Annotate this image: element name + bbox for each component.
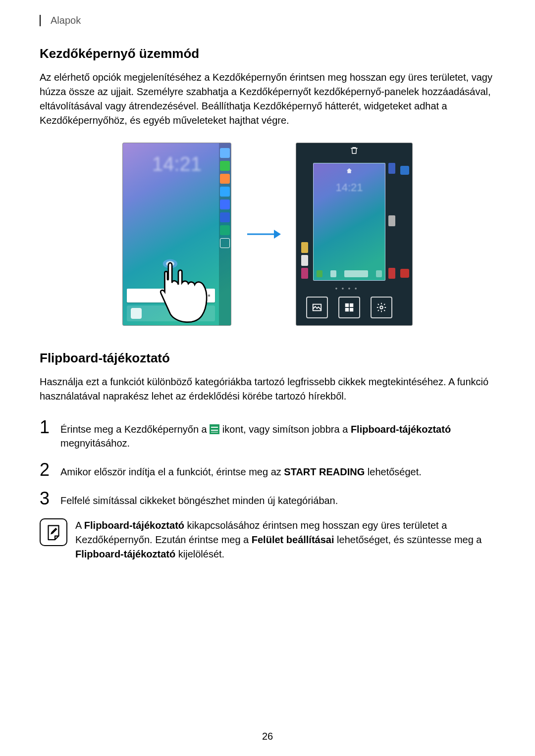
intro-home-mode: Az elérhető opciók megjelenítéséhez a Ke… — [40, 70, 495, 128]
phone-icon — [220, 161, 230, 171]
step-text: Érintse meg a Kezdőképernyőn a ikont, va… — [60, 418, 495, 450]
step-2: 2 Amikor először indítja el a funkciót, … — [40, 461, 495, 479]
edge-app-icon — [400, 166, 409, 175]
section-header: Alapok — [40, 15, 495, 26]
svg-point-0 — [163, 259, 177, 268]
svg-point-1 — [166, 261, 174, 266]
wallpaper-icon — [306, 297, 328, 318]
note-text: A Flipboard-tájékoztató kikapcsolásához … — [75, 518, 495, 561]
clock-preview: 14:21 — [314, 181, 385, 194]
home-icon — [346, 167, 353, 176]
store-icon — [220, 225, 230, 235]
page-number: 26 — [0, 731, 535, 742]
clock-text: 14:21 — [123, 153, 231, 175]
svg-rect-6 — [350, 303, 353, 307]
heading-home-mode: Kezdőképernyő üzemmód — [40, 46, 495, 61]
note-block: A Flipboard-tájékoztató kikapcsolásához … — [40, 518, 495, 561]
message-icon — [220, 187, 230, 197]
screenshot-after: 14:21 ● ● ● ● — [296, 143, 413, 326]
step-number: 2 — [40, 461, 54, 479]
widgets-icon — [338, 297, 360, 318]
svg-rect-5 — [345, 303, 349, 307]
step-text: Felfelé simítással cikkeket böngészhet m… — [60, 490, 338, 507]
flipboard-icon — [210, 424, 219, 434]
page-indicator: ● ● ● ● — [296, 286, 397, 291]
intro-flipboard: Használja ezt a funkciót különböző kateg… — [40, 375, 495, 403]
app-icon — [131, 308, 142, 319]
screenshot-before: 14:21 — [122, 143, 231, 326]
step-number: 1 — [40, 418, 54, 436]
svg-rect-8 — [350, 308, 353, 311]
globe-icon — [220, 200, 230, 209]
panel-peek-right — [388, 163, 397, 281]
search-bar — [127, 289, 215, 302]
apps-icon — [220, 238, 230, 248]
arrow-right-icon — [246, 228, 281, 240]
edge-app-icon — [400, 269, 409, 278]
panel-peek-left — [301, 163, 310, 281]
screenshot-row: 14:21 — [40, 143, 495, 326]
step-1: 1 Érintse meg a Kezdőképernyőn a ikont, … — [40, 418, 495, 450]
trash-icon — [350, 146, 359, 157]
edge-panel-right — [399, 163, 410, 281]
note-icon — [40, 518, 67, 546]
manual-page: Alapok Kezdőképernyő üzemmód Az elérhető… — [0, 0, 535, 586]
svg-marker-3 — [274, 230, 281, 239]
heading-flipboard: Flipboard-tájékoztató — [40, 351, 495, 366]
svg-rect-7 — [345, 308, 349, 311]
panel-carousel: 14:21 — [301, 163, 397, 281]
home-panel-preview: 14:21 — [313, 163, 385, 281]
home-edit-actions — [306, 297, 392, 318]
section-label: Alapok — [51, 15, 81, 26]
star-icon — [220, 148, 230, 158]
camera-icon — [220, 212, 230, 222]
svg-point-9 — [380, 306, 383, 309]
step-3: 3 Felfelé simítással cikkeket böngészhet… — [40, 490, 495, 507]
edge-panel — [219, 143, 231, 325]
dock-preview — [317, 270, 382, 277]
contact-icon — [220, 174, 230, 184]
step-text: Amikor először indítja el a funkciót, ér… — [60, 461, 422, 479]
dock — [127, 305, 215, 321]
settings-icon — [371, 297, 392, 318]
step-number: 3 — [40, 490, 54, 507]
